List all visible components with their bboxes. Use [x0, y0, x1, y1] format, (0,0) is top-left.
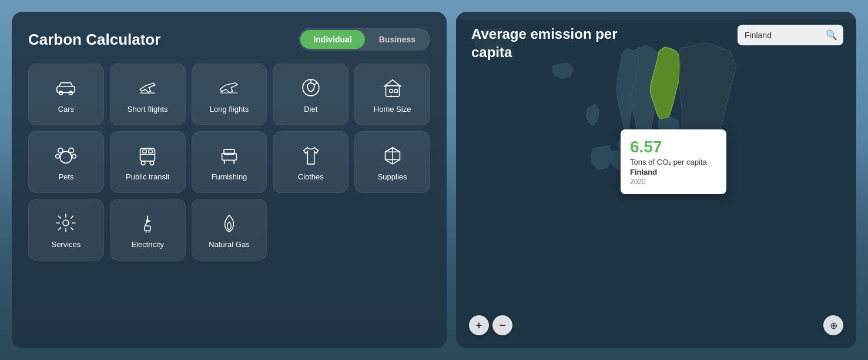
tooltip-unit: Tons of CO₂ per capita	[630, 158, 717, 166]
grid-item-diet[interactable]: Diet	[273, 64, 348, 125]
right-panel: Average emission per capita 🔍	[456, 12, 856, 348]
svg-point-15	[56, 154, 60, 158]
map-area: 6.57 Tons of CO₂ per capita Finland 2020	[456, 12, 856, 348]
grid-item-electricity[interactable]: Electricity	[110, 199, 186, 261]
zoom-out-button[interactable]: −	[492, 315, 512, 335]
furnishing-label: Furnishing	[212, 172, 247, 181]
panel-title: Carbon Calculator	[28, 31, 160, 49]
svg-rect-23	[143, 150, 147, 153]
natural-gas-label: Natural Gas	[209, 240, 249, 249]
pets-icon	[55, 144, 77, 166]
car-icon	[55, 76, 77, 99]
map-title-line2: capita	[471, 44, 512, 60]
main-container: Carbon Calculator Individual Business Ca…	[0, 0, 868, 360]
grid-item-natural-gas[interactable]: Natural Gas	[192, 199, 267, 261]
grid-item-cars[interactable]: Cars	[28, 64, 104, 125]
cars-label: Cars	[58, 105, 74, 114]
supplies-icon	[381, 144, 404, 166]
furnishing-icon	[218, 144, 240, 166]
grid-item-long-flights[interactable]: Long flights	[192, 64, 267, 125]
clothes-label: Clothes	[298, 172, 324, 181]
svg-point-16	[72, 154, 76, 158]
home-size-label: Home Size	[374, 105, 411, 114]
svg-point-29	[63, 220, 69, 226]
individual-toggle[interactable]: Individual	[300, 30, 364, 49]
search-icon[interactable]: 🔍	[826, 29, 837, 41]
svg-rect-9	[390, 89, 393, 92]
business-toggle[interactable]: Business	[366, 30, 428, 49]
flame-icon	[218, 212, 240, 234]
clothes-icon	[300, 144, 322, 166]
services-icon	[55, 212, 77, 234]
home-icon	[381, 76, 404, 99]
grid-item-home-size[interactable]: Home Size	[354, 64, 430, 125]
svg-line-7	[314, 82, 317, 85]
tooltip-value: 6.57	[630, 138, 717, 156]
short-flight-icon	[136, 76, 159, 99]
zoom-in-button[interactable]: +	[469, 315, 489, 335]
svg-rect-31	[145, 226, 150, 231]
map-header: Average emission per capita	[471, 25, 618, 61]
svg-rect-24	[149, 150, 153, 153]
toggle-group: Individual Business	[299, 28, 430, 51]
map-title: Average emission per capita	[471, 25, 618, 61]
short-flights-label: Short flights	[128, 105, 168, 114]
svg-point-13	[58, 148, 63, 153]
supplies-label: Supplies	[378, 172, 407, 181]
map-title-line1: Average emission per	[471, 26, 618, 42]
grid-item-supplies[interactable]: Supplies	[354, 131, 430, 193]
map-controls: + −	[469, 315, 512, 335]
category-grid: Cars Short flights Long flights	[28, 64, 430, 261]
diet-icon	[300, 76, 322, 99]
public-transit-label: Public transit	[126, 172, 169, 181]
grid-item-short-flights[interactable]: Short flights	[110, 64, 186, 125]
map-tooltip: 6.57 Tons of CO₂ per capita Finland 2020	[621, 129, 726, 194]
panel-header: Carbon Calculator Individual Business	[28, 28, 430, 51]
tooltip-year: 2020	[630, 178, 717, 186]
long-flight-icon	[218, 76, 240, 99]
svg-point-12	[60, 151, 72, 163]
electricity-icon	[136, 212, 159, 234]
tooltip-country: Finland	[630, 168, 717, 176]
pets-label: Pets	[58, 172, 73, 181]
svg-rect-10	[394, 89, 397, 92]
grid-item-public-transit[interactable]: Public transit	[110, 131, 186, 193]
services-label: Services	[51, 240, 81, 249]
svg-point-14	[69, 148, 73, 153]
long-flights-label: Long flights	[210, 105, 249, 114]
grid-item-services[interactable]: Services	[28, 199, 104, 261]
grid-item-pets[interactable]: Pets	[28, 131, 104, 193]
bus-icon	[136, 144, 159, 166]
grid-item-clothes[interactable]: Clothes	[273, 131, 348, 193]
left-panel: Carbon Calculator Individual Business Ca…	[12, 12, 447, 348]
search-box[interactable]: 🔍	[738, 25, 843, 45]
grid-item-furnishing[interactable]: Furnishing	[192, 131, 267, 193]
electricity-label: Electricity	[131, 240, 164, 249]
country-search-input[interactable]	[745, 31, 821, 40]
diet-label: Diet	[304, 105, 317, 114]
locate-button[interactable]: ⊕	[823, 315, 843, 335]
